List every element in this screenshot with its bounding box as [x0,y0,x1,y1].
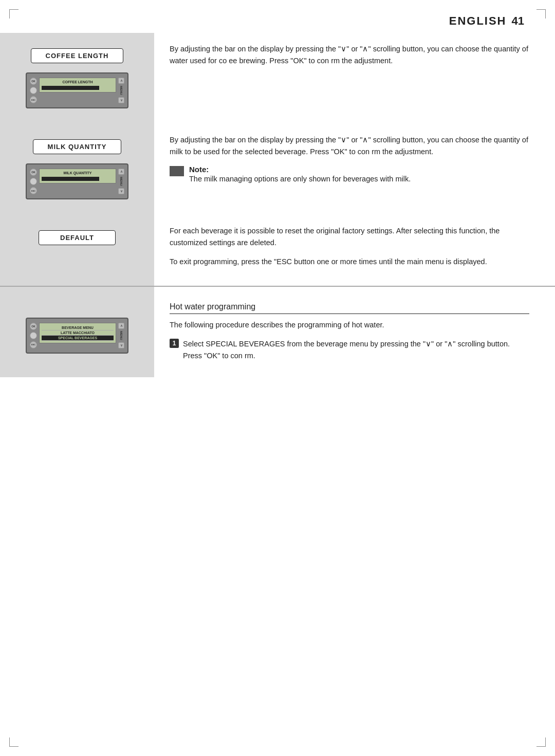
machine-left-buttons: OK ESC [30,78,37,103]
content-coffee-length: By adjusting the bar on the display by p… [154,33,555,124]
bev-row-2: LATTE MACCHIATO [42,330,114,336]
bev-esc-btn[interactable]: ESC [30,341,37,348]
corner-mark-bl [9,737,18,747]
screen-bar-2 [42,177,99,181]
corner-mark-br [536,737,546,747]
ok-button-2[interactable]: OK [30,169,37,176]
machine-right-buttons-2: ∧ MENU ∨ [118,169,124,194]
sidebar-coffee-length: COFFEE LENGTH OK ESC COFFEE LENGTH ∧ MEN… [0,33,154,124]
note-icon [170,166,184,176]
bev-scroll-down[interactable]: ∨ [118,342,124,348]
content-milk-quantity: By adjusting the bar on the display by p… [154,124,555,215]
machine-screen-area-2: MILK QUANTITY [39,169,116,194]
menu-icon: MENU [118,87,124,94]
bev-screen-area: BEVERAGE MENU LATTE MACCHIATO SPECIAL BE… [39,323,116,348]
bev-scroll-up[interactable]: ∧ [118,323,124,329]
sidebar-milk-quantity: MILK QUANTITY OK ESC MILK QUANTITY ∧ MEN… [0,124,154,215]
scroll-down-btn[interactable]: ∨ [118,97,124,103]
coffee-length-display: OK ESC COFFEE LENGTH ∧ MENU ∨ [26,72,128,108]
menu-icon-2: MENU [118,178,124,185]
hot-water-intro: The following procedure describes the pr… [170,319,529,331]
bev-mid-btn[interactable] [30,332,37,339]
esc-button[interactable]: ESC [30,96,37,103]
hot-water-heading-row: Hot water programming [170,302,529,314]
bev-menu-icon: MENU [118,333,124,339]
coffee-length-description: By adjusting the bar on the display by p… [170,43,529,67]
scroll-up-btn-2[interactable]: ∧ [118,169,124,175]
section-hot-water: OK ESC BEVERAGE MENU LATTE MACCHIATO SPE… [0,287,555,378]
section-default: DEFAULT For each beverage it is possible… [0,215,555,287]
sidebar-hot-water: OK ESC BEVERAGE MENU LATTE MACCHIATO SPE… [0,287,154,378]
esc-button-2[interactable]: ESC [30,187,37,194]
milk-quantity-label: MILK QUANTITY [33,139,122,154]
note-box: Note: The milk managing options are only… [170,165,529,185]
page-number: 41 [512,14,524,28]
bev-display: OK ESC BEVERAGE MENU LATTE MACCHIATO SPE… [26,318,128,354]
step-1-num: 1 [170,339,179,348]
bev-right-buttons: ∧ MENU ∨ [118,323,124,348]
bev-row-3: SPECIAL BEVERAGES [42,336,114,341]
milk-quantity-screen: MILK QUANTITY [39,169,116,183]
step-1-row: 1 Select SPECIAL BEVERAGES from the beve… [170,338,529,362]
default-desc2: To exit programming, press the "ESC butt… [170,256,529,268]
bev-row-1: BEVERAGE MENU [42,325,114,330]
page-header: ENGLISH 41 [0,0,555,33]
bev-ok-btn[interactable]: OK [30,323,37,330]
corner-mark-tr [536,9,546,19]
hot-water-heading: Hot water programming [170,302,255,311]
bev-left-buttons: OK ESC [30,323,37,348]
sidebar-default: DEFAULT [0,215,154,286]
coffee-length-label: COFFEE LENGTH [31,48,124,63]
section-coffee-length: COFFEE LENGTH OK ESC COFFEE LENGTH ∧ MEN… [0,33,555,124]
note-content: Note: The milk managing options are only… [189,165,411,185]
machine-left-buttons-2: OK ESC [30,169,37,194]
content-hot-water: Hot water programming The following proc… [154,292,555,378]
machine-screen-area: COFFEE LENGTH [39,78,116,103]
content-default: For each beverage it is possible to rese… [154,215,555,286]
section-milk-quantity: MILK QUANTITY OK ESC MILK QUANTITY ∧ MEN… [0,124,555,215]
step-1-text: Select SPECIAL BEVERAGES from the bevera… [183,338,529,362]
note-text: The milk managing options are only shown… [189,175,411,183]
note-label: Note: [189,165,209,174]
page-title: ENGLISH [449,14,507,28]
ok-button[interactable]: OK [30,78,37,85]
scroll-down-btn-2[interactable]: ∨ [118,188,124,194]
bev-screen: BEVERAGE MENU LATTE MACCHIATO SPECIAL BE… [39,323,116,343]
scroll-up-btn[interactable]: ∧ [118,78,124,84]
machine-right-buttons: ∧ MENU ∨ [118,78,124,103]
corner-mark-tl [9,9,18,19]
screen-bar [42,86,99,90]
milk-quantity-description: By adjusting the bar on the display by p… [170,134,529,158]
milk-quantity-display: OK ESC MILK QUANTITY ∧ MENU ∨ [26,163,128,199]
left-mid-button[interactable] [30,87,37,94]
left-mid-button-2[interactable] [30,178,37,185]
default-desc1: For each beverage it is possible to rese… [170,225,529,249]
default-label: DEFAULT [39,230,116,245]
coffee-length-screen: COFFEE LENGTH [39,78,116,93]
